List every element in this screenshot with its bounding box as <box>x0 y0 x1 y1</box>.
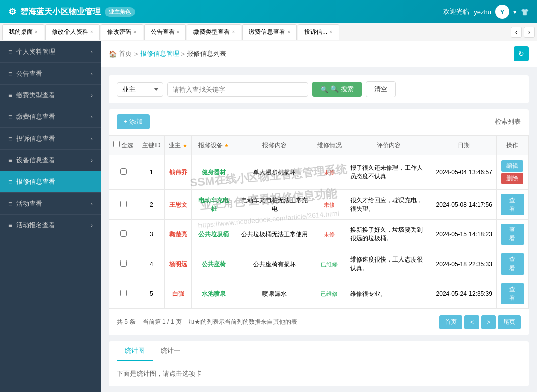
stats-tab-1[interactable]: 统计一 <box>153 341 188 361</box>
sidebar-item-activity-reg[interactable]: ≡ 活动报名查看 › <box>0 215 101 236</box>
tab-close-1[interactable]: × <box>90 29 93 35</box>
menu-icon: ≡ <box>8 70 12 78</box>
tab-5[interactable]: 缴费信息查看× <box>242 24 297 40</box>
cell-id: 4 <box>138 249 165 279</box>
menu-icon: ≡ <box>8 135 12 143</box>
cell-id: 2 <box>138 190 165 220</box>
view-button[interactable]: 查看 <box>501 283 524 304</box>
gear-icon: ⚙ <box>8 6 16 17</box>
menu-icon: ≡ <box>8 91 12 99</box>
avatar[interactable]: Y <box>495 5 509 19</box>
chevron-icon: › <box>91 49 93 55</box>
row-checkbox[interactable] <box>120 201 127 207</box>
delete-button[interactable]: 删除 <box>501 173 523 184</box>
cell-date: 2024-05-18 22:35:33 <box>432 249 496 279</box>
col-date: 日期 <box>432 136 496 155</box>
cell-owner: 鞠楚亮 <box>165 220 191 249</box>
tab-close-0[interactable]: × <box>35 29 38 35</box>
sidebar-item-repair[interactable]: ≡ 报修信息查看 <box>0 171 101 193</box>
tab-close-6[interactable]: × <box>329 29 332 35</box>
page-buttons: 首页 < > 尾页 <box>439 315 521 329</box>
cell-device: 电动车充电桩 <box>191 190 236 220</box>
stats-tab-0[interactable]: 统计图 <box>117 341 153 361</box>
refresh-button[interactable]: ↻ <box>514 46 529 61</box>
row-checkbox[interactable] <box>120 290 127 296</box>
sidebar-item-personal[interactable]: ≡ 个人资料管理 › <box>0 41 101 63</box>
breadcrumb-home[interactable]: 🏠 <box>109 50 117 58</box>
col-owner: 业主 ★ <box>165 136 191 155</box>
cell-select <box>109 249 138 279</box>
cell-status: 未修 <box>313 220 346 249</box>
row-checkbox[interactable] <box>120 168 127 175</box>
prev-page-button[interactable]: < <box>464 315 479 329</box>
cell-id: 5 <box>138 279 165 309</box>
next-page-button[interactable]: > <box>481 315 496 329</box>
tab-2[interactable]: 修改密码× <box>101 24 143 40</box>
stats-section: 统计图统计一 下面是统计图，请点击选项卡 <box>109 341 529 386</box>
sidebar-item-fee-info[interactable]: ≡ 缴费信息查看 › <box>0 106 101 128</box>
tab-4[interactable]: 缴费类型查看× <box>187 24 241 40</box>
tab-6[interactable]: 投诉信...× <box>298 24 339 40</box>
view-button[interactable]: 查看 <box>501 194 524 215</box>
breadcrumb: 🏠 首页 > 报修信息管理 > 报修信息列表 ↻ <box>101 41 537 67</box>
tab-prev-button[interactable]: ‹ <box>511 27 522 38</box>
shirt-icon[interactable]: 👕 <box>521 8 529 16</box>
col-status: 维修情况 <box>313 136 346 155</box>
clear-button[interactable]: 清空 <box>366 81 396 97</box>
cell-select <box>109 279 138 309</box>
last-page-button[interactable]: 尾页 <box>498 315 521 329</box>
view-button[interactable]: 查看 <box>501 224 524 245</box>
tab-close-3[interactable]: × <box>177 29 180 35</box>
cell-owner: 白强 <box>165 279 191 309</box>
chevron-icon: › <box>91 222 93 228</box>
breadcrumb-section[interactable]: 报修信息管理 <box>140 49 179 58</box>
sidebar-item-fee-type[interactable]: ≡ 缴费类型查看 › <box>0 85 101 106</box>
view-button[interactable]: 查看 <box>501 253 524 275</box>
chevron-icon: › <box>91 157 93 163</box>
cell-action: 查看 <box>496 190 528 220</box>
search-button[interactable]: 🔍 🔍 搜索 <box>312 82 362 97</box>
sidebar-item-device[interactable]: ≡ 设备信息查看 › <box>0 150 101 171</box>
cell-device: 公共座椅 <box>191 249 236 279</box>
cell-content: 公共垃圾桶无法正常使用 <box>236 220 313 249</box>
menu-icon: ≡ <box>8 113 12 121</box>
tab-3[interactable]: 公告查看× <box>144 24 186 40</box>
cell-select <box>109 220 138 249</box>
cell-review: 报了很久还未修理，工作人员态度不认真 <box>346 155 432 190</box>
search-icon: 🔍 <box>320 86 328 93</box>
chevron-icon: › <box>91 136 93 142</box>
chevron-down-icon[interactable]: ▾ <box>513 8 517 16</box>
chevron-icon: › <box>91 92 93 98</box>
tab-1[interactable]: 修改个人资料× <box>45 24 100 40</box>
edit-button[interactable]: 编辑 <box>501 160 523 172</box>
sidebar-item-activity[interactable]: ≡ 活动查看 › <box>0 193 101 215</box>
sidebar-item-notice[interactable]: ≡ 公告查看 › <box>0 63 101 85</box>
cell-owner: 杨明远 <box>165 249 191 279</box>
tab-close-2[interactable]: × <box>133 29 137 35</box>
row-checkbox[interactable] <box>120 230 127 237</box>
cell-owner: 钱伟乔 <box>165 155 191 190</box>
row-checkbox[interactable] <box>120 260 127 267</box>
sidebar-item-complaint[interactable]: ≡ 投诉信息查看 › <box>0 128 101 150</box>
main-content: 🏠 首页 > 报修信息管理 > 报修信息列表 ↻ 业主 报修设备 报修内容 🔍 … <box>101 41 537 392</box>
sidebar-label: 活动报名查看 <box>16 221 55 230</box>
select-all-checkbox[interactable] <box>113 141 120 147</box>
menu-icon: ≡ <box>8 178 12 186</box>
tab-close-4[interactable]: × <box>232 29 235 35</box>
cell-status: 已维修 <box>313 279 346 309</box>
add-button[interactable]: + 添加 <box>117 114 150 129</box>
chevron-icon: › <box>91 201 93 207</box>
tab-close-5[interactable]: × <box>287 29 290 35</box>
tab-next-button[interactable]: › <box>524 27 535 38</box>
first-page-button[interactable]: 首页 <box>439 315 462 329</box>
table-header-row: 全选 主键ID 业主 ★ 报修设备 ★ 报修内容 维修情况 评价内容 日期 操作 <box>109 136 529 155</box>
app-title: 碧海蓝天小区物业管理 <box>20 7 101 17</box>
search-select[interactable]: 业主 报修设备 报修内容 <box>117 82 163 97</box>
role-badge: 业主角色 <box>105 7 135 17</box>
tab-0[interactable]: 我的桌面× <box>2 24 44 40</box>
search-input[interactable] <box>167 82 308 97</box>
cell-device: 公共垃圾桶 <box>191 220 236 249</box>
cell-select <box>109 190 138 220</box>
sidebar-label: 缴费类型查看 <box>16 91 55 100</box>
cell-select <box>109 155 138 190</box>
